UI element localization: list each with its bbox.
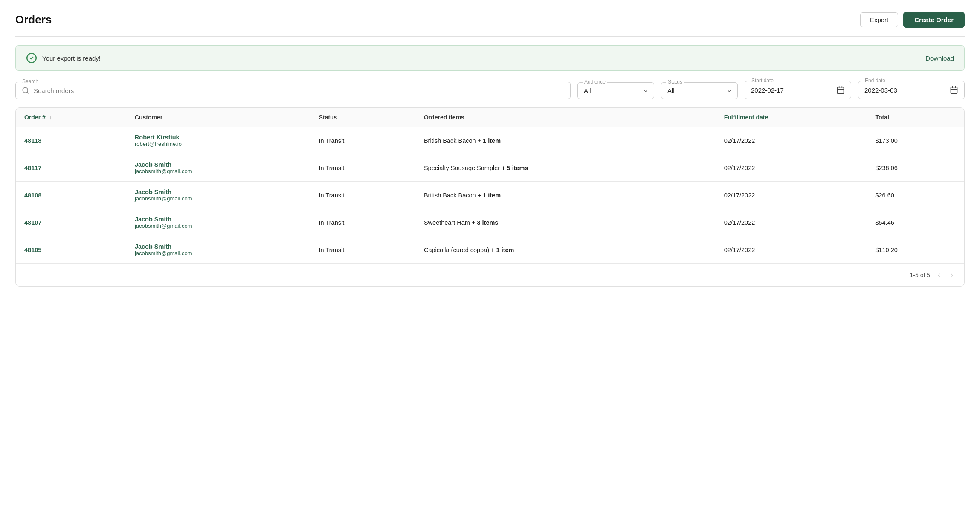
status-cell: In Transit (310, 209, 415, 236)
extra-items: + 3 items (472, 219, 498, 226)
pagination-prev-button[interactable]: ‹ (935, 270, 943, 280)
filters-row: Search Audience All Wholesale Retail (15, 81, 965, 99)
pagination-range: 1-5 of 5 (910, 272, 930, 279)
fulfillment-date-cell: 02/17/2022 (716, 127, 867, 154)
order-link[interactable]: 48118 (24, 137, 41, 144)
orders-table: Order # ↓ Customer Status Ordered items … (16, 108, 964, 263)
extra-items: + 1 item (478, 192, 501, 199)
customer-cell: Jacob Smith jacobsmith@gmail.com (126, 182, 310, 209)
svg-rect-3 (838, 87, 844, 93)
customer-name[interactable]: Jacob Smith (135, 216, 302, 223)
start-date-container (745, 81, 851, 99)
audience-filter-group: Audience All Wholesale Retail (577, 82, 654, 99)
search-icon (22, 87, 29, 94)
status-label: Status (666, 79, 684, 85)
customer-cell: Jacob Smith jacobsmith@gmail.com (126, 154, 310, 182)
download-link[interactable]: Download (925, 55, 954, 62)
calendar-icon-end[interactable] (950, 86, 958, 94)
page-title: Orders (15, 13, 52, 26)
order-id-cell: 48118 (16, 127, 126, 154)
col-order-num[interactable]: Order # ↓ (16, 108, 126, 127)
export-banner: Your export is ready! Download (15, 45, 965, 71)
customer-name[interactable]: Jacob Smith (135, 189, 302, 195)
customer-email: jacobsmith@gmail.com (135, 195, 302, 202)
header-actions: Export Create Order (860, 12, 965, 28)
ordered-items-cell: Specialty Sausage Sampler + 5 items (415, 154, 716, 182)
customer-email: jacobsmith@gmail.com (135, 223, 302, 229)
extra-items: + 1 item (491, 247, 514, 253)
customer-email: jacobsmith@gmail.com (135, 250, 302, 256)
export-button[interactable]: Export (860, 12, 898, 27)
svg-rect-7 (951, 87, 957, 93)
col-ordered-items: Ordered items (415, 108, 716, 127)
total-cell: $110.20 (867, 236, 964, 264)
table-row: 48118 Robert Kirstiuk robert@freshline.i… (16, 127, 964, 154)
ordered-items-cell: British Back Bacon + 1 item (415, 127, 716, 154)
table-row: 48107 Jacob Smith jacobsmith@gmail.com I… (16, 209, 964, 236)
start-date-input[interactable] (751, 87, 832, 94)
table-row: 48108 Jacob Smith jacobsmith@gmail.com I… (16, 182, 964, 209)
search-input-container (15, 82, 571, 99)
status-cell: In Transit (310, 236, 415, 264)
pagination-next-button[interactable]: › (948, 270, 956, 280)
audience-label: Audience (583, 79, 607, 85)
calendar-icon-start[interactable] (836, 86, 845, 94)
order-id-cell: 48117 (16, 154, 126, 182)
fulfillment-date-cell: 02/17/2022 (716, 182, 867, 209)
export-banner-left: Your export is ready! (26, 52, 101, 64)
status-cell: In Transit (310, 182, 415, 209)
order-id-cell: 48107 (16, 209, 126, 236)
order-link[interactable]: 48108 (24, 192, 41, 199)
table-footer: 1-5 of 5 ‹ › (16, 263, 964, 286)
order-id-cell: 48105 (16, 236, 126, 264)
page-header: Orders Export Create Order (15, 12, 965, 28)
customer-cell: Jacob Smith jacobsmith@gmail.com (126, 209, 310, 236)
svg-line-2 (27, 92, 28, 93)
extra-items: + 5 items (502, 165, 528, 171)
col-fulfillment-date: Fulfillment date (716, 108, 867, 127)
extra-items: + 1 item (478, 137, 501, 144)
order-link[interactable]: 48107 (24, 219, 41, 226)
end-date-container (858, 81, 965, 99)
ordered-items-cell: British Back Bacon + 1 item (415, 182, 716, 209)
order-id-cell: 48108 (16, 182, 126, 209)
order-link[interactable]: 48105 (24, 247, 41, 253)
ordered-items-cell: Sweetheart Ham + 3 items (415, 209, 716, 236)
create-order-button[interactable]: Create Order (903, 12, 965, 28)
table-header-row: Order # ↓ Customer Status Ordered items … (16, 108, 964, 127)
table-row: 48105 Jacob Smith jacobsmith@gmail.com I… (16, 236, 964, 264)
customer-cell: Robert Kirstiuk robert@freshline.io (126, 127, 310, 154)
customer-email: jacobsmith@gmail.com (135, 168, 302, 174)
orders-table-container: Order # ↓ Customer Status Ordered items … (15, 107, 965, 287)
customer-name[interactable]: Robert Kirstiuk (135, 134, 302, 141)
end-date-filter-group: End date (858, 81, 965, 99)
col-customer: Customer (126, 108, 310, 127)
customer-name[interactable]: Jacob Smith (135, 161, 302, 168)
col-total: Total (867, 108, 964, 127)
status-cell: In Transit (310, 127, 415, 154)
search-input[interactable] (34, 87, 564, 94)
customer-email: robert@freshline.io (135, 141, 302, 147)
customer-cell: Jacob Smith jacobsmith@gmail.com (126, 236, 310, 264)
table-row: 48117 Jacob Smith jacobsmith@gmail.com I… (16, 154, 964, 182)
status-filter-group: Status All In Transit Delivered Pending (661, 82, 738, 99)
start-date-label: Start date (750, 78, 775, 84)
sort-arrow-icon: ↓ (49, 115, 52, 121)
ordered-items-cell: Capicolla (cured coppa) + 1 item (415, 236, 716, 264)
order-link[interactable]: 48117 (24, 165, 41, 171)
export-ready-message: Your export is ready! (42, 55, 101, 62)
fulfillment-date-cell: 02/17/2022 (716, 154, 867, 182)
total-cell: $26.60 (867, 182, 964, 209)
customer-name[interactable]: Jacob Smith (135, 243, 302, 250)
total-cell: $238.06 (867, 154, 964, 182)
search-filter-group: Search (15, 82, 571, 99)
check-circle-icon (26, 52, 37, 64)
end-date-label: End date (863, 78, 887, 84)
start-date-filter-group: Start date (745, 81, 851, 99)
page-container: Orders Export Create Order Your export i… (0, 0, 980, 505)
search-label: Search (20, 78, 40, 84)
header-divider (15, 36, 965, 37)
status-cell: In Transit (310, 154, 415, 182)
end-date-input[interactable] (864, 87, 945, 94)
col-status: Status (310, 108, 415, 127)
